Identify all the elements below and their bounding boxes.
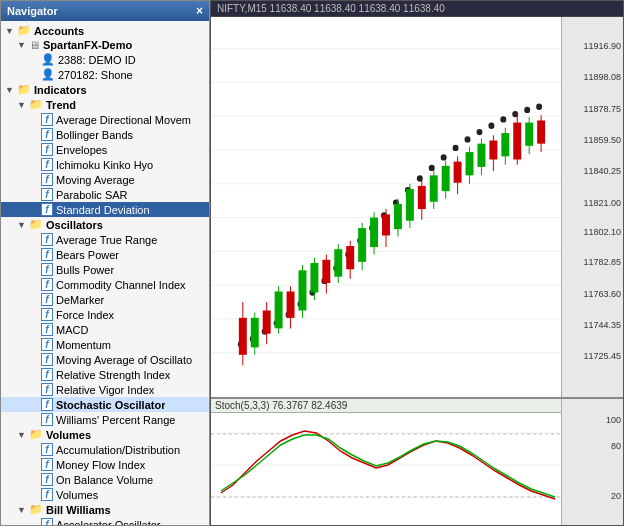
stddev-label: Standard Deviation <box>56 204 150 216</box>
ich-item[interactable]: f Ichimoku Kinko Hyo <box>1 157 209 172</box>
folder-icon: 📁 <box>17 24 31 37</box>
cci-item[interactable]: f Commodity Channel Index <box>1 277 209 292</box>
expand-icon: ▼ <box>17 505 27 515</box>
svg-rect-0 <box>211 17 561 397</box>
navigator-title-bar: Navigator × <box>1 1 209 21</box>
svg-rect-64 <box>394 204 402 229</box>
indicator-icon: f <box>41 158 53 171</box>
price-level-3: 11878.75 <box>583 104 621 114</box>
demarker-label: DeMarker <box>56 294 104 306</box>
bears-label: Bears Power <box>56 249 119 261</box>
bw-folder[interactable]: ▼ 📁 Bill Williams <box>1 502 209 517</box>
adm-item[interactable]: f Average Directional Movem <box>1 112 209 127</box>
bw-label: Bill Williams <box>46 504 111 516</box>
bulls-label: Bulls Power <box>56 264 114 276</box>
indicator-icon: f <box>41 413 53 426</box>
price-level-7: 11802.10 <box>583 227 621 237</box>
accum-label: Accumulation/Distribution <box>56 444 180 456</box>
volumes-folder[interactable]: ▼ 📁 Volumes <box>1 427 209 442</box>
psar-item[interactable]: f Parabolic SAR <box>1 187 209 202</box>
expand-icon: ▼ <box>5 85 15 95</box>
expand-icon: ▼ <box>17 220 27 230</box>
chart-header: NIFTY,M15 11638.40 11638.40 11638.40 116… <box>211 1 623 17</box>
trend-folder[interactable]: ▼ 📁 Trend <box>1 97 209 112</box>
accum-item[interactable]: f Accumulation/Distribution <box>1 442 209 457</box>
svg-rect-72 <box>442 166 450 191</box>
svg-rect-66 <box>406 189 414 221</box>
close-button[interactable]: × <box>196 4 203 18</box>
indicator-icon: f <box>41 173 53 186</box>
rsi-item[interactable]: f Relative Strength Index <box>1 367 209 382</box>
mfi-item[interactable]: f Money Flow Index <box>1 457 209 472</box>
rvi-item[interactable]: f Relative Vigor Index <box>1 382 209 397</box>
demarker-item[interactable]: f DeMarker <box>1 292 209 307</box>
atr-item[interactable]: f Average True Range <box>1 232 209 247</box>
stoch-title: Stoch(5,3,3) 76.3767 82.4639 <box>215 400 347 411</box>
indicator-icon: f <box>41 398 53 411</box>
indicator-icon: f <box>41 473 53 486</box>
demo-id-item[interactable]: 👤 2388: DEMO ID <box>1 52 209 67</box>
indicator-icon: f <box>41 203 53 216</box>
svg-rect-78 <box>477 144 485 167</box>
accel-label: Accelerator Oscillator <box>56 519 161 526</box>
cci-label: Commodity Channel Index <box>56 279 186 291</box>
oscillators-folder[interactable]: ▼ 📁 Oscillators <box>1 217 209 232</box>
svg-rect-86 <box>525 123 533 146</box>
bb-item[interactable]: f Bollinger Bands <box>1 127 209 142</box>
shone-item[interactable]: 👤 270182: Shone <box>1 67 209 82</box>
env-item[interactable]: f Envelopes <box>1 142 209 157</box>
svg-rect-84 <box>513 123 521 160</box>
svg-rect-80 <box>489 141 497 160</box>
stddev-item[interactable]: f Standard Deviation <box>1 202 209 217</box>
indicator-icon: f <box>41 323 53 336</box>
accounts-root[interactable]: ▼ 📁 Accounts <box>1 23 209 38</box>
navigator-tree: ▼ 📁 Accounts ▼ 🖥 SpartanFX-Demo 👤 2388: … <box>1 21 209 525</box>
bulls-item[interactable]: f Bulls Power <box>1 262 209 277</box>
trend-label: Trend <box>46 99 76 111</box>
svg-point-33 <box>500 116 506 122</box>
svg-rect-82 <box>501 133 509 156</box>
svg-point-35 <box>524 107 530 113</box>
psar-label: Parabolic SAR <box>56 189 128 201</box>
obv-item[interactable]: f On Balance Volume <box>1 472 209 487</box>
svg-rect-40 <box>251 318 259 348</box>
mao-item[interactable]: f Moving Average of Oscillato <box>1 352 209 367</box>
expand-icon: ▼ <box>17 430 27 440</box>
price-level-6: 11821.00 <box>583 198 621 208</box>
stoch-svg <box>211 413 561 518</box>
svg-rect-58 <box>358 228 366 262</box>
volumes-ind-item[interactable]: f Volumes <box>1 487 209 502</box>
bears-item[interactable]: f Bears Power <box>1 247 209 262</box>
ma-item[interactable]: f Moving Average <box>1 172 209 187</box>
folder-icon2: 📁 <box>17 83 31 96</box>
wpr-item[interactable]: f Williams' Percent Range <box>1 412 209 427</box>
svg-rect-76 <box>466 152 474 175</box>
stoch-chart-canvas[interactable]: Stoch(5,3,3) 76.3767 82.4639 <box>211 399 561 525</box>
expand-icon: ▼ <box>17 40 27 50</box>
navigator-title: Navigator <box>7 5 58 17</box>
sub-chart-container: Stoch(5,3,3) 76.3767 82.4639 100 <box>211 397 623 525</box>
spartanfx-item[interactable]: ▼ 🖥 SpartanFX-Demo <box>1 38 209 52</box>
force-item[interactable]: f Force Index <box>1 307 209 322</box>
price-level-8: 11782.85 <box>583 257 621 267</box>
svg-point-28 <box>441 154 447 160</box>
stoch-item[interactable]: f Stochastic Oscillator <box>1 397 209 412</box>
svg-rect-48 <box>299 270 307 310</box>
momentum-label: Momentum <box>56 339 111 351</box>
svg-rect-70 <box>430 175 438 201</box>
account-icon: 🖥 <box>29 39 40 51</box>
macd-item[interactable]: f MACD <box>1 322 209 337</box>
indicators-root[interactable]: ▼ 📁 Indicators <box>1 82 209 97</box>
indicator-icon: f <box>41 113 53 126</box>
accel-item[interactable]: f Accelerator Oscillator <box>1 517 209 525</box>
indicator-icon: f <box>41 248 53 261</box>
svg-rect-74 <box>454 162 462 183</box>
price-level-1: 11916.90 <box>583 41 621 51</box>
macd-label: MACD <box>56 324 88 336</box>
svg-rect-60 <box>370 218 378 248</box>
main-chart-canvas[interactable] <box>211 17 561 397</box>
price-axis: 11916.90 11898.08 11878.75 11859.50 1184… <box>561 17 623 397</box>
rsi-label: Relative Strength Index <box>56 369 170 381</box>
ma-label: Moving Average <box>56 174 135 186</box>
momentum-item[interactable]: f Momentum <box>1 337 209 352</box>
